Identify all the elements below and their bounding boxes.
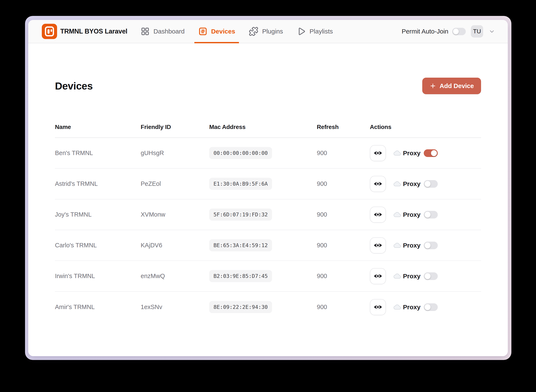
- column-header-name: Name: [55, 124, 141, 131]
- nav-tab-plugins[interactable]: Plugins: [245, 20, 287, 43]
- table-header-row: Name Friendly ID Mac Address Refresh Act…: [55, 124, 481, 138]
- device-name: Amir's TRMNL: [55, 303, 141, 311]
- devices-table: Name Friendly ID Mac Address Refresh Act…: [55, 124, 481, 322]
- app-card: TRMNL BYOS Laravel Dashboard: [28, 20, 508, 356]
- view-device-button[interactable]: [370, 237, 386, 253]
- view-device-button[interactable]: [370, 176, 386, 192]
- cloud-icon: [394, 273, 401, 279]
- list-panel-icon: [198, 27, 207, 36]
- nav-tab-devices[interactable]: Devices: [194, 20, 239, 43]
- device-name: Carlo's TRMNL: [55, 242, 141, 249]
- app-header: TRMNL BYOS Laravel Dashboard: [28, 20, 508, 43]
- cloud-icon: [394, 212, 401, 217]
- device-friendly-id: gUHsgR: [141, 149, 209, 157]
- device-row: Joy's TRMNL XVMonw 5F:6D:07:19:FD:32 900: [55, 199, 481, 230]
- proxy-toggle[interactable]: [424, 303, 438, 311]
- proxy-toggle[interactable]: [424, 211, 438, 219]
- nav-tab-playlists[interactable]: Playlists: [293, 20, 337, 43]
- device-friendly-id: enzMwQ: [141, 273, 209, 280]
- device-actions: Proxy: [370, 207, 481, 223]
- device-actions: Proxy: [370, 176, 481, 192]
- device-refresh: 900: [317, 303, 370, 311]
- permit-auto-join-label: Permit Auto-Join: [402, 28, 448, 35]
- device-actions: Proxy: [370, 145, 481, 161]
- proxy-label: Proxy: [403, 211, 420, 218]
- device-refresh: 900: [317, 211, 370, 218]
- nav-tab-dashboard[interactable]: Dashboard: [137, 20, 188, 43]
- column-header-friendly-id: Friendly ID: [141, 124, 209, 131]
- eye-icon: [373, 150, 382, 156]
- eye-icon: [373, 181, 382, 187]
- header-right: Permit Auto-Join TU: [402, 20, 495, 43]
- app-window: TRMNL BYOS Laravel Dashboard: [25, 16, 511, 360]
- toggle-knob: [425, 304, 431, 310]
- grid-icon: [141, 27, 150, 36]
- device-actions: Proxy: [370, 268, 481, 284]
- cloud-icon: [394, 304, 401, 310]
- toggle-knob: [431, 150, 437, 156]
- nav-label: Playlists: [310, 28, 333, 35]
- user-initials: TU: [473, 28, 481, 35]
- proxy-label: Proxy: [403, 180, 420, 187]
- cloud-icon: [394, 243, 401, 248]
- device-name: Astrid's TRMNL: [55, 180, 141, 187]
- device-name: Irwin's TRMNL: [55, 273, 141, 280]
- add-device-label: Add Device: [440, 82, 474, 89]
- device-mac-badge: B2:03:9E:85:D7:45: [209, 270, 272, 282]
- device-mac-badge: BE:65:3A:E4:59:12: [209, 239, 272, 251]
- device-actions: Proxy: [370, 237, 481, 253]
- device-actions: Proxy: [370, 299, 481, 315]
- proxy-toggle[interactable]: [424, 149, 438, 157]
- play-icon: [297, 27, 306, 36]
- proxy-label: Proxy: [403, 303, 420, 311]
- toggle-knob: [425, 273, 431, 279]
- column-header-refresh: Refresh: [317, 124, 370, 131]
- trmnl-logo-icon: [42, 24, 57, 39]
- user-avatar[interactable]: TU: [471, 25, 483, 37]
- proxy-label: Proxy: [403, 242, 420, 249]
- proxy-toggle[interactable]: [424, 272, 438, 280]
- cloud-icon: [394, 150, 401, 156]
- chevron-down-icon[interactable]: [489, 28, 495, 35]
- page-title: Devices: [55, 80, 93, 92]
- nav-label: Devices: [211, 28, 235, 35]
- proxy-label: Proxy: [403, 273, 420, 280]
- add-device-button[interactable]: Add Device: [422, 78, 481, 94]
- toggle-knob: [425, 243, 431, 248]
- proxy-toggle[interactable]: [424, 242, 438, 249]
- eye-icon: [373, 304, 382, 310]
- eye-icon: [373, 211, 382, 218]
- device-friendly-id: PeZEol: [141, 180, 209, 187]
- proxy-toggle[interactable]: [424, 180, 438, 188]
- nav-label: Dashboard: [153, 28, 185, 35]
- device-mac-badge: 5F:6D:07:19:FD:32: [209, 209, 272, 221]
- permit-auto-join-toggle[interactable]: [452, 28, 466, 35]
- app-title: TRMNL BYOS Laravel: [60, 28, 127, 35]
- view-device-button[interactable]: [370, 145, 386, 161]
- brand[interactable]: TRMNL BYOS Laravel: [42, 20, 127, 43]
- cloud-icon: [394, 181, 401, 187]
- device-friendly-id: XVMonw: [141, 211, 209, 218]
- device-name: Ben's TRMNL: [55, 149, 141, 157]
- toggle-knob: [453, 29, 459, 34]
- column-header-actions: Actions: [370, 124, 481, 131]
- device-row: Astrid's TRMNL PeZEol E1:30:0A:B9:5F:6A …: [55, 169, 481, 199]
- device-row: Carlo's TRMNL KAjDV6 BE:65:3A:E4:59:12 9…: [55, 230, 481, 261]
- device-mac-badge: E1:30:0A:B9:5F:6A: [209, 178, 272, 190]
- eye-icon: [373, 273, 382, 279]
- page-header: Devices Add Device: [55, 78, 481, 94]
- device-row: Irwin's TRMNL enzMwQ B2:03:9E:85:D7:45 9…: [55, 261, 481, 292]
- plus-icon: [429, 83, 436, 89]
- main-area: Devices Add Device Name Friendly ID: [28, 43, 508, 356]
- view-device-button[interactable]: [370, 207, 386, 223]
- view-device-button[interactable]: [370, 299, 386, 315]
- device-friendly-id: KAjDV6: [141, 242, 209, 249]
- puzzle-icon: [249, 27, 259, 36]
- main-nav: Dashboard Devices: [137, 20, 343, 43]
- device-refresh: 900: [317, 273, 370, 280]
- device-friendly-id: 1exSNv: [141, 303, 209, 311]
- view-device-button[interactable]: [370, 268, 386, 284]
- device-row: Ben's TRMNL gUHsgR 00:00:00:00:00:00 900: [55, 138, 481, 169]
- nav-label: Plugins: [262, 28, 283, 35]
- device-mac-badge: 00:00:00:00:00:00: [209, 147, 272, 159]
